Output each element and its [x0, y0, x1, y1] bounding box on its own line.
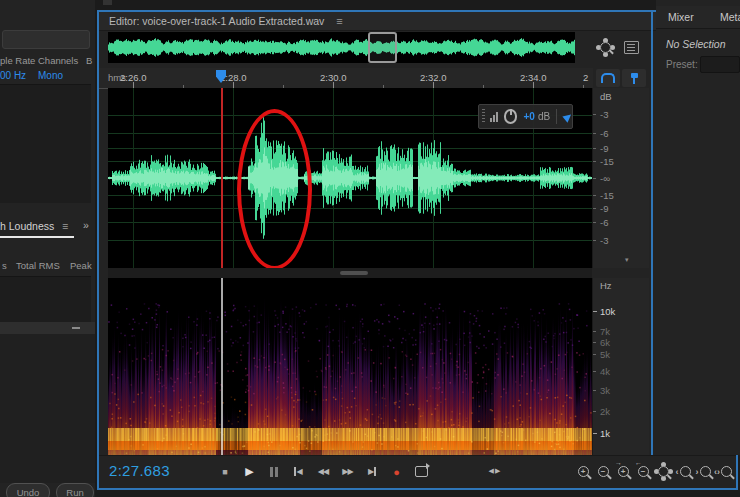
tab-mixer[interactable]: Mixer: [668, 11, 694, 23]
spectrogram-view[interactable]: [108, 278, 592, 455]
db-label: -6: [600, 217, 608, 228]
right-panel-tabs: Mixer Meta: [656, 6, 740, 29]
marker-icon: [631, 73, 638, 84]
tab-match-loudness[interactable]: h Loudness: [0, 220, 54, 232]
db-label: -15: [600, 156, 614, 167]
db-scale[interactable]: dB -3 -6 -9 -15 -∞ -15 -9 -6 -3 ▾: [592, 88, 649, 268]
zoom-in-button[interactable]: +: [573, 461, 593, 483]
transport-buttons: ■ ▶ ◀ ◀◀ ▶▶ ▶ ●: [214, 456, 432, 487]
loop-playback-button[interactable]: [410, 461, 432, 483]
tab-metadata[interactable]: Meta: [720, 11, 740, 23]
freq-label: 10k: [600, 306, 615, 317]
horizontal-scrollbar[interactable]: [108, 268, 592, 278]
mixer-panel: Mixer Meta No Selection Preset:: [656, 0, 740, 455]
panel-divider[interactable]: [0, 322, 95, 334]
editor-title: Editor: voice-over-track-1 Audio Extract…: [109, 15, 324, 27]
zoom-buttons: + − →+ ←− ‹ › ‹›: [573, 456, 733, 487]
editor-titlebar[interactable]: Editor: voice-over-track-1 Audio Extract…: [99, 12, 736, 31]
skip-to-end-button[interactable]: ▶: [361, 461, 383, 483]
freq-label: 6k: [600, 337, 610, 348]
freq-label: 7k: [600, 326, 610, 337]
column-header-sample-rate[interactable]: ple Rate: [0, 55, 35, 66]
zoom-out-point-button[interactable]: ›: [693, 461, 713, 483]
scrollbar-handle[interactable]: [340, 271, 368, 275]
loudness-header-peak: Peak: [70, 260, 92, 271]
file-sample-rate: 00 Hz: [0, 70, 26, 81]
run-button[interactable]: Run: [56, 483, 94, 497]
freq-label: 2k: [600, 406, 610, 417]
run-button-label: Run: [66, 487, 83, 497]
skip-to-start-button[interactable]: ◀: [288, 461, 310, 483]
time-display[interactable]: 2:27.683: [109, 462, 170, 479]
files-panel: ple Rate Channels B 00 Hz Mono h Loudnes…: [0, 0, 95, 497]
db-label: -6: [600, 128, 608, 139]
files-list[interactable]: [0, 84, 91, 203]
play-button[interactable]: ▶: [239, 461, 261, 483]
undo-button-label: Undo: [17, 487, 40, 497]
levels-icon: [490, 112, 498, 122]
volume-hud[interactable]: +0 dB: [478, 104, 573, 129]
annotation-circle: [237, 109, 312, 268]
skip-icon: ◀▶: [489, 467, 502, 475]
frequency-scale[interactable]: Hz 10k 7k 6k 5k 4k 3k 2k 1k: [592, 278, 649, 455]
marker-button[interactable]: [622, 69, 646, 87]
expand-chevrons-icon[interactable]: »: [83, 219, 89, 231]
overview-waveform-canvas[interactable]: [108, 32, 575, 63]
playhead-line[interactable]: [221, 88, 223, 268]
db-label: -∞: [600, 173, 610, 184]
toolbar-fragment: [103, 0, 112, 5]
hud-separator: [556, 109, 557, 124]
selection-status: No Selection: [666, 38, 726, 50]
pin-icon[interactable]: [562, 111, 573, 122]
hud-drag-handle-icon[interactable]: [482, 109, 485, 124]
zoom-out-button[interactable]: −: [593, 461, 613, 483]
list-view-icon[interactable]: [621, 39, 641, 55]
zoom-out-full-button[interactable]: [653, 461, 673, 483]
db-label: -15: [600, 190, 614, 201]
playhead-line[interactable]: [221, 278, 223, 455]
timeline-ruler[interactable]: hms 2:26.0 2:28.0 2:30.0 2:32.0 2:34.0 2: [99, 68, 593, 89]
pause-button[interactable]: [263, 461, 285, 483]
snap-toggle-button[interactable]: [596, 69, 620, 87]
gain-knob-icon[interactable]: [504, 109, 518, 124]
waveform-view[interactable]: +0 dB: [108, 88, 592, 268]
spectrogram-canvas[interactable]: [108, 278, 592, 455]
loudness-body: [0, 334, 95, 483]
zoom-in-point-button[interactable]: ‹: [673, 461, 693, 483]
skip-selection-button[interactable]: ◀▶: [484, 460, 506, 482]
gain-value[interactable]: +0: [523, 111, 534, 122]
fast-forward-button[interactable]: ▶▶: [337, 461, 359, 483]
zoom-in-amplitude-button[interactable]: →+: [613, 461, 633, 483]
db-scale-title: dB: [600, 91, 612, 102]
magnet-icon: [601, 73, 615, 83]
divider-handle-icon[interactable]: [72, 327, 80, 329]
media-filter-field[interactable]: [2, 30, 90, 49]
overview-view-box[interactable]: [368, 32, 397, 63]
preset-dropdown[interactable]: [700, 56, 740, 73]
db-label: -3: [600, 235, 608, 246]
column-header-channels[interactable]: Channels: [38, 55, 78, 66]
active-tab-underline: [0, 236, 74, 238]
db-label: -9: [600, 203, 608, 214]
loudness-header-ms: s: [2, 260, 7, 271]
panel-menu-icon[interactable]: ≡: [336, 15, 342, 27]
zoom-out-amplitude-button[interactable]: ←−: [633, 461, 653, 483]
undo-button[interactable]: Undo: [6, 483, 50, 497]
loudness-header-total-rms: Total RMS: [16, 260, 60, 271]
stop-button[interactable]: ■: [214, 461, 236, 483]
rewind-button[interactable]: ◀◀: [312, 461, 334, 483]
column-header-bitdepth[interactable]: B: [86, 55, 92, 66]
waveform-overview[interactable]: [108, 32, 575, 63]
zoom-selection-button[interactable]: ‹›: [713, 461, 733, 483]
panel-divider-line[interactable]: [651, 10, 653, 455]
loudness-list[interactable]: [0, 276, 91, 323]
record-button[interactable]: ●: [386, 461, 408, 483]
preset-label: Preset:: [666, 59, 698, 70]
zoom-fit-icon[interactable]: [595, 39, 615, 55]
audition-app: ple Rate Channels B 00 Hz Mono h Loudnes…: [0, 0, 740, 497]
panel-menu-icon[interactable]: ≡: [62, 220, 68, 232]
file-channels: Mono: [38, 70, 63, 81]
scale-scroll-arrow-icon[interactable]: ▾: [625, 256, 629, 264]
freq-label: 4k: [600, 366, 610, 377]
freq-label: 3k: [600, 385, 610, 396]
